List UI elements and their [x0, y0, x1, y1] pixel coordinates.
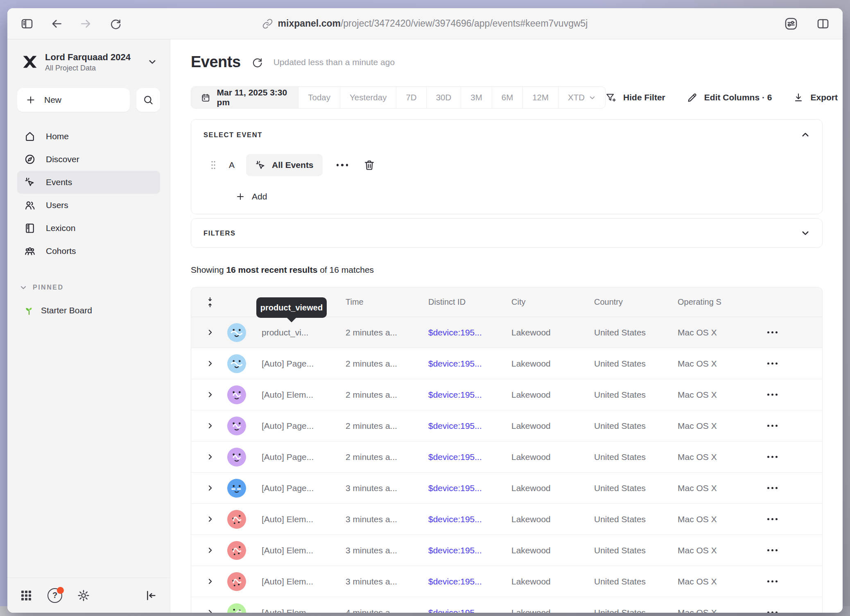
sidebar-item-discover[interactable]: Discover [17, 148, 160, 171]
new-button[interactable]: New [17, 88, 130, 112]
row-more-button[interactable] [761, 331, 822, 333]
range-6m[interactable]: 6M [492, 87, 522, 108]
col-city[interactable]: City [511, 297, 594, 307]
pinned-item-label: Starter Board [41, 306, 92, 315]
os-cell: Mac OS X [678, 421, 761, 431]
row-expand-icon[interactable] [201, 391, 219, 398]
table-row[interactable]: [Auto] Elem... 4 minutes a... $device:19… [191, 597, 822, 613]
pinned-item-starter-board[interactable]: Starter Board [17, 305, 160, 316]
gear-icon[interactable] [77, 589, 90, 602]
split-view-icon[interactable] [814, 15, 832, 33]
forward-button[interactable] [77, 15, 95, 33]
range-7d[interactable]: 7D [396, 87, 426, 108]
trash-icon[interactable] [364, 159, 375, 171]
range-yesterday[interactable]: Yesterday [340, 87, 396, 108]
row-more-button[interactable] [761, 580, 822, 582]
chevron-up-icon[interactable] [801, 130, 810, 139]
lexicon-book-icon [24, 222, 36, 234]
range-3m[interactable]: 3M [461, 87, 491, 108]
country-cell: United States [594, 390, 678, 400]
table-row[interactable]: [Auto] Elem... 2 minutes a... $device:19… [191, 379, 822, 410]
collapse-rows-icon[interactable] [201, 297, 219, 308]
sidebar-toggle-icon[interactable] [18, 15, 36, 33]
reader-settings-icon[interactable] [782, 15, 800, 33]
row-more-button[interactable] [761, 549, 822, 551]
distinct-id-link[interactable]: $device:195... [428, 359, 511, 369]
row-more-button[interactable] [761, 518, 822, 520]
range-12m[interactable]: 12M [522, 87, 558, 108]
pinned-section-header[interactable]: PINNED [17, 284, 160, 291]
table-row[interactable]: [Auto] Page... 2 minutes a... $device:19… [191, 348, 822, 379]
row-expand-icon[interactable] [201, 609, 219, 613]
distinct-id-link[interactable]: $device:195... [428, 608, 511, 613]
row-expand-icon[interactable] [201, 578, 219, 585]
apps-grid-icon[interactable] [20, 589, 33, 602]
col-country[interactable]: Country [594, 297, 678, 307]
col-os[interactable]: Operating S [678, 297, 761, 307]
sidebar-item-events[interactable]: Events [17, 171, 160, 194]
col-time[interactable]: Time [346, 297, 428, 307]
project-switcher[interactable]: Lord Farquaad 2024 All Project Data [17, 52, 160, 72]
filters-panel: FILTERS [191, 218, 823, 248]
table-row[interactable]: [Auto] Page... 3 minutes a... $device:19… [191, 473, 822, 504]
row-more-button[interactable] [761, 362, 822, 365]
range-xtd[interactable]: XTD [558, 87, 605, 108]
distinct-id-link[interactable]: $device:195... [428, 483, 511, 493]
address-bar[interactable]: mixpanel.com/project/3472420/view/397469… [262, 18, 588, 29]
export-button[interactable]: Export [793, 92, 838, 103]
sidebar-item-home[interactable]: Home [17, 125, 160, 148]
row-expand-icon[interactable] [201, 453, 219, 460]
row-expand-icon[interactable] [201, 516, 219, 523]
reload-button[interactable] [106, 15, 124, 33]
distinct-id-link[interactable]: $device:195... [428, 514, 511, 524]
row-expand-icon[interactable] [201, 360, 219, 367]
event-name-cell: [Auto] Page... [262, 421, 346, 431]
row-more-button[interactable] [761, 425, 822, 427]
row-more-button[interactable] [761, 487, 822, 489]
refresh-icon[interactable] [251, 57, 263, 68]
sidebar-item-users[interactable]: Users [17, 194, 160, 217]
distinct-id-link[interactable]: $device:195... [428, 577, 511, 587]
distinct-id-link[interactable]: $device:195... [428, 421, 511, 431]
search-button[interactable] [136, 88, 160, 112]
col-distinct-id[interactable]: Distinct ID [428, 297, 511, 307]
country-cell: United States [594, 328, 678, 337]
row-expand-icon[interactable] [201, 329, 219, 336]
help-icon[interactable]: ? [47, 588, 62, 603]
row-more-button[interactable] [761, 456, 822, 458]
table-row[interactable]: [Auto] Page... 2 minutes a... $device:19… [191, 442, 822, 473]
table-row[interactable]: [Auto] Elem... 3 minutes a... $device:19… [191, 566, 822, 597]
table-row[interactable]: [Auto] Page... 2 minutes a... $device:19… [191, 410, 822, 442]
row-more-button[interactable] [761, 611, 822, 613]
row-expand-icon[interactable] [201, 422, 219, 429]
range-today[interactable]: Today [298, 87, 340, 108]
back-button[interactable] [47, 15, 66, 33]
sidebar-nav: Home Discover Events [17, 125, 160, 263]
drag-handle-icon[interactable] [210, 160, 217, 170]
event-more-options-button[interactable] [337, 164, 348, 166]
event-selector-button[interactable]: All Events [246, 154, 323, 176]
distinct-id-link[interactable]: $device:195... [428, 546, 511, 555]
edit-columns-button[interactable]: Edit Columns · 6 [687, 92, 772, 103]
table-row[interactable]: product_vi... 2 minutes a... $device:195… [191, 317, 822, 348]
table-row[interactable]: [Auto] Elem... 3 minutes a... $device:19… [191, 504, 822, 535]
range-30d[interactable]: 30D [426, 87, 461, 108]
sidebar-item-cohorts[interactable]: Cohorts [17, 240, 160, 263]
add-event-button[interactable]: Add [235, 192, 810, 202]
chevron-down-icon[interactable] [801, 229, 810, 238]
row-more-button[interactable] [761, 394, 822, 396]
distinct-id-link[interactable]: $device:195... [428, 328, 511, 337]
distinct-id-link[interactable]: $device:195... [428, 390, 511, 400]
os-cell: Mac OS X [678, 514, 761, 524]
hide-filter-button[interactable]: Hide Filter [606, 92, 665, 103]
time-cell: 2 minutes a... [346, 452, 428, 462]
sidebar-item-lexicon[interactable]: Lexicon [17, 217, 160, 240]
row-expand-icon[interactable] [201, 547, 219, 554]
collapse-sidebar-icon[interactable] [145, 589, 158, 602]
distinct-id-link[interactable]: $device:195... [428, 452, 511, 462]
avatar [227, 448, 246, 467]
date-picker-button[interactable]: Mar 11, 2025 3:30 pm [191, 87, 298, 108]
row-expand-icon[interactable] [201, 485, 219, 491]
table-row[interactable]: [Auto] Elem... 3 minutes a... $device:19… [191, 535, 822, 566]
time-cell: 2 minutes a... [346, 390, 428, 400]
